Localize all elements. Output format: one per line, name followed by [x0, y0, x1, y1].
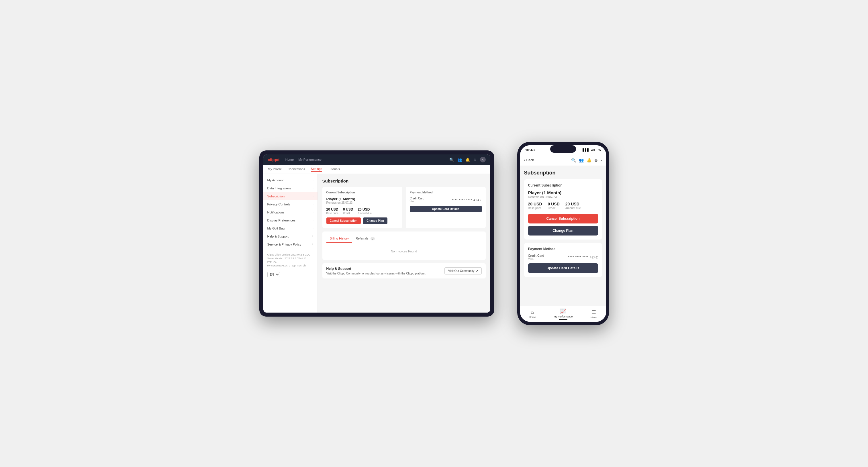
menu-icon: ☰ — [591, 309, 596, 315]
tablet-top-nav: clippd Home My Performance 🔍 👥 🔔 ⊕ A — [264, 154, 490, 165]
search-icon[interactable]: 🔍 — [571, 158, 576, 162]
users-icon[interactable]: 👥 — [579, 158, 584, 162]
search-icon[interactable]: 🔍 — [449, 158, 454, 162]
chevron-icon: › — [312, 227, 313, 230]
sidebar-item-privacy-policy[interactable]: Service & Privacy Policy ↗ — [264, 240, 317, 248]
phone-payment-title: Payment Method — [528, 247, 598, 251]
bell-icon[interactable]: 🔔 — [587, 158, 591, 162]
subnav-connections[interactable]: Connections — [287, 167, 305, 171]
more-icon[interactable]: › — [601, 158, 602, 162]
phone-amount-due-value: 20 USD — [565, 202, 580, 206]
phone-change-plan-button[interactable]: Change Plan — [528, 226, 598, 236]
phone-cancel-subscription-button[interactable]: Cancel Subscription — [528, 214, 598, 223]
nav-home[interactable]: Home — [285, 158, 294, 161]
phone-base-price-col: 20 USD Base price — [528, 201, 542, 210]
help-description: Visit the Clippd Community to troublesho… — [327, 272, 426, 275]
phone-credit-label: Credit — [548, 207, 560, 210]
billing-history-section: Billing History Referrals 0 No Invoices … — [322, 231, 486, 260]
credit-col: 0 USD Credit — [343, 207, 353, 215]
chevron-icon: › — [312, 179, 313, 182]
sidebar-item-help-support[interactable]: Help & Support ↗ — [264, 232, 317, 240]
phone-top-nav: ‹ Back 🔍 👥 🔔 ⊕ › — [520, 154, 606, 166]
sidebar: My Account › Data Integrations › Subscri… — [264, 174, 318, 313]
phone-sub-title: Current Subscription — [528, 183, 598, 187]
sidebar-item-golf-bag[interactable]: My Golf Bag › — [264, 224, 317, 232]
payment-type-label: Credit Card — [410, 197, 425, 200]
chevron-icon: › — [312, 187, 313, 190]
avatar[interactable]: A — [480, 157, 486, 162]
sidebar-item-privacy-controls[interactable]: Privacy Controls › — [264, 200, 317, 208]
phone-update-card-button[interactable]: Update Card Details — [528, 263, 598, 273]
phone-nav-menu[interactable]: ☰ Menu — [591, 309, 597, 319]
help-title: Help & Support — [327, 267, 426, 271]
amount-due-col: 20 USD Amount due — [358, 207, 372, 215]
phone-base-price-value: 20 USD — [528, 202, 542, 206]
visit-community-button[interactable]: Visit Our Community ↗ — [444, 267, 482, 275]
cards-row: Current Subscription Player (1 Month) Re… — [322, 187, 486, 228]
phone-nav-home[interactable]: ⌂ Home — [529, 309, 536, 319]
add-icon[interactable]: ⊕ — [594, 158, 598, 162]
change-plan-button[interactable]: Change Plan — [363, 217, 388, 224]
back-button[interactable]: ‹ Back — [524, 158, 534, 162]
phone-payment-type: Credit Card Visa — [528, 254, 544, 260]
payment-type: Credit Card Visa — [410, 197, 425, 203]
external-icon: ↗ — [311, 243, 313, 246]
version-info: Clippd Client Version: 2023.07.6-8 GQL S… — [264, 251, 317, 270]
users-icon[interactable]: 👥 — [457, 158, 462, 162]
phone-screen: 10:43 ▋▋▋ WiFi 85 ‹ Back 🔍 👥 🔔 ⊕ › Su — [520, 145, 606, 322]
phone-payment-row: Credit Card Visa **** **** **** 4242 — [528, 254, 598, 260]
chevron-icon: › — [312, 219, 313, 222]
sidebar-item-account[interactable]: My Account › — [264, 176, 317, 184]
subnav-tutorials[interactable]: Tutorials — [328, 167, 340, 171]
sidebar-item-subscription[interactable]: Subscription › — [264, 192, 317, 200]
nav-icons: 🔍 👥 🔔 ⊕ A — [449, 157, 486, 162]
settings-icon[interactable]: ⊕ — [473, 158, 476, 162]
phone-content: Subscription Current Subscription Player… — [520, 166, 606, 306]
phone-credit-col: 0 USD Credit — [548, 201, 560, 210]
help-text: Help & Support Visit the Clippd Communit… — [327, 267, 426, 275]
phone-renews-date: Renews on 25/07/23 — [528, 195, 598, 198]
base-price-col: 20 USD Base price — [327, 207, 339, 215]
phone-nav-performance[interactable]: 📈 My Performance — [554, 308, 572, 320]
phone-credit-value: 0 USD — [548, 202, 560, 206]
sidebar-item-display-preferences[interactable]: Display Preferences › — [264, 216, 317, 224]
sidebar-item-data-integrations[interactable]: Data Integrations › — [264, 184, 317, 192]
payment-title: Payment Method — [410, 191, 482, 194]
tablet-device: clippd Home My Performance 🔍 👥 🔔 ⊕ A My … — [259, 150, 494, 317]
language-dropdown[interactable]: EN — [267, 272, 280, 277]
signal-icon: ▋▋▋ — [583, 148, 589, 152]
billing-tabs: Billing History Referrals 0 — [327, 235, 482, 243]
wifi-icon: WiFi — [591, 148, 596, 152]
no-invoices-message: No Invoices Found — [327, 246, 482, 256]
chevron-icon: › — [312, 211, 313, 214]
credit-value: 0 USD — [343, 208, 353, 212]
subnav-settings[interactable]: Settings — [311, 167, 322, 172]
app-logo: clippd — [268, 158, 280, 162]
update-card-button[interactable]: Update Card Details — [410, 206, 482, 212]
current-subscription-card: Current Subscription Player (1 Month) Re… — [322, 187, 402, 228]
phone-amount-due-label: Amount due — [565, 207, 581, 210]
referrals-tab[interactable]: Referrals 0 — [352, 235, 378, 243]
main-content: Subscription Current Subscription Player… — [318, 174, 490, 313]
nav-performance[interactable]: My Performance — [298, 158, 321, 161]
billing-history-tab[interactable]: Billing History — [327, 235, 352, 243]
payment-method-card: Payment Method Credit Card Visa **** ***… — [406, 187, 486, 228]
help-support-section: Help & Support Visit the Clippd Communit… — [322, 263, 486, 278]
cancel-subscription-button[interactable]: Cancel Subscription — [327, 217, 361, 224]
phone-plan-name: Player (1 Month) — [528, 190, 598, 195]
referrals-badge: 0 — [371, 237, 375, 240]
language-selector[interactable]: EN — [267, 272, 313, 277]
amount-due-label: Amount due — [358, 212, 372, 215]
sidebar-item-notifications[interactable]: Notifications › — [264, 208, 317, 216]
external-link-icon: ↗ — [476, 269, 478, 273]
card-buttons: Cancel Subscription Change Plan — [327, 217, 398, 224]
phone-notch — [550, 145, 576, 153]
phone-page-title: Subscription — [524, 170, 602, 176]
payment-brand: Visa — [410, 200, 425, 203]
amounts-row: 20 USD Base price 0 USD Credit 20 USD Am… — [327, 207, 398, 215]
amount-due-value: 20 USD — [358, 208, 370, 212]
credit-label: Credit — [343, 212, 353, 215]
nav-links: Home My Performance — [285, 158, 321, 161]
subnav-myprofile[interactable]: My Profile — [268, 167, 282, 171]
bell-icon[interactable]: 🔔 — [465, 158, 470, 162]
